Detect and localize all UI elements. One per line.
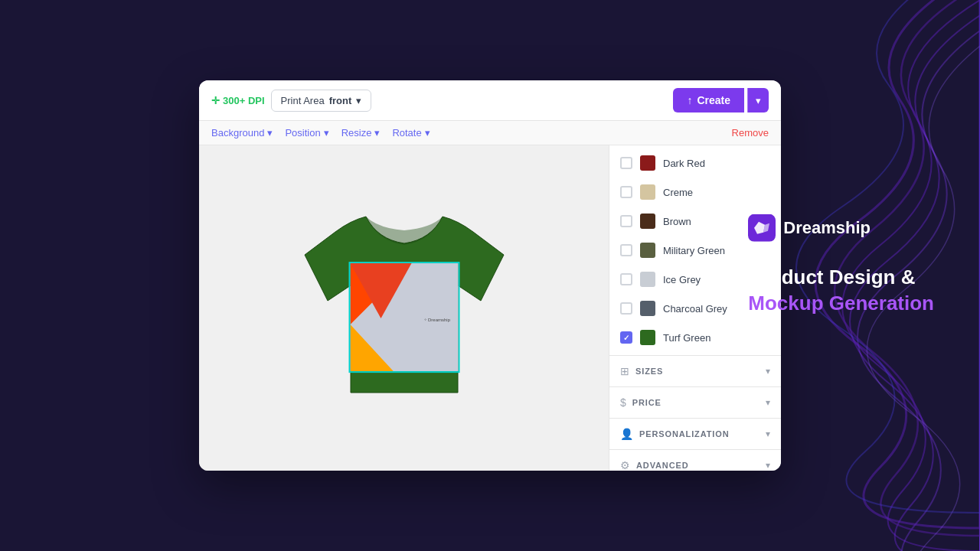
background-label: Background	[211, 127, 264, 139]
tagline-line1: Product Design &	[748, 265, 934, 291]
design-overlay: ⟡ Dreamship	[348, 262, 459, 373]
background-button[interactable]: Background ▾	[211, 127, 273, 139]
dpi-badge: ✛ 300+ DPI	[211, 95, 265, 106]
chevron-down-icon: ▾	[324, 127, 329, 139]
branding-section: Dreamship Product Design & Mockup Genera…	[748, 214, 934, 317]
rotate-button[interactable]: Rotate ▾	[392, 127, 430, 139]
dreamship-logo-icon	[748, 214, 776, 242]
dpi-label: 300+ DPI	[223, 95, 265, 106]
print-area-button[interactable]: Print Area front ▾	[271, 90, 372, 112]
print-area-value: front	[329, 95, 352, 106]
chevron-down-icon: ▾	[425, 127, 430, 139]
resize-label: Resize	[341, 127, 372, 139]
canvas-panel: ⟡ Dreamship	[199, 145, 609, 471]
dreamship-logo: Dreamship	[748, 214, 934, 242]
position-button[interactable]: Position ▾	[285, 127, 328, 139]
toolbar-left: ✛ 300+ DPI Print Area front ▾	[211, 90, 371, 112]
tshirt-container: ⟡ Dreamship	[289, 186, 519, 431]
chevron-down-icon: ▾	[374, 127, 380, 139]
resize-button[interactable]: Resize ▾	[341, 127, 381, 139]
tagline: Product Design & Mockup Generation	[748, 265, 934, 317]
crosshair-icon: ✛	[211, 95, 220, 106]
artwork: ⟡ Dreamship	[350, 263, 458, 371]
chevron-down-icon: ▾	[356, 95, 361, 106]
artwork-dreamship-label: ⟡ Dreamship	[424, 317, 450, 322]
chevron-down-icon: ▾	[267, 127, 273, 139]
print-area-label: Print Area	[281, 95, 325, 106]
logo-text: Dreamship	[783, 218, 871, 238]
position-label: Position	[285, 127, 320, 139]
tagline-line2: Mockup Generation	[748, 291, 934, 317]
rotate-label: Rotate	[392, 127, 421, 139]
